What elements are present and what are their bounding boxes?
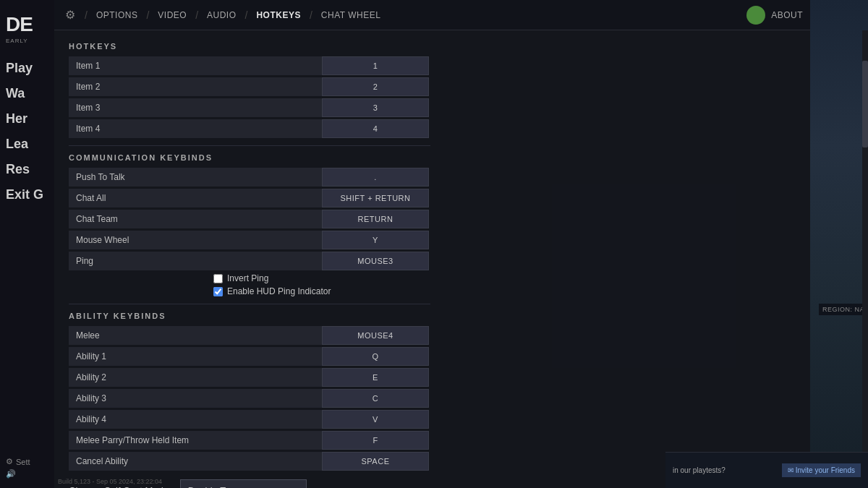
keybind-value-melee-parry[interactable]: F (322, 431, 429, 450)
invert-ping-row: Invert Ping (69, 273, 796, 283)
invert-ping-checkbox[interactable] (213, 274, 223, 283)
main-panel: ⚙ / OPTIONS / VIDEO / AUDIO / HOTKEYS / … (54, 0, 810, 488)
divider-2 (69, 304, 430, 304)
nav-link-chat-wheel[interactable]: CHAT WHEEL (318, 9, 384, 22)
self-cast-dropdown-wrapper: Double Tap Hold SPAcE ▼ (180, 479, 307, 488)
keybind-row-chat-all: Chat All SHIFT + RETURN (69, 189, 796, 207)
keybind-value-ability4[interactable]: V (322, 410, 429, 429)
keybind-label-item4: Item 4 (69, 119, 322, 138)
invite-friends-button[interactable]: ✉ Invite your Friends (782, 463, 861, 477)
keybind-row-ability4: Ability 4 V (69, 410, 796, 429)
keybind-value-ability1[interactable]: Q (322, 347, 429, 366)
keybind-label-item3: Item 3 (69, 98, 322, 117)
nav-separator-4: / (245, 9, 248, 21)
keybind-value-cancel-ability[interactable]: SPACE (322, 452, 429, 471)
sidebar-item-res[interactable]: Res (0, 158, 54, 181)
user-avatar (746, 6, 765, 25)
keybind-value-chat-all[interactable]: SHIFT + RETURN (322, 189, 429, 207)
keybind-value-item1[interactable]: 1 (322, 56, 429, 75)
enable-hud-ping-row: Enable HUD Ping Indicator (69, 286, 796, 296)
keybind-label-ability4: Ability 4 (69, 410, 322, 429)
self-cast-label: Change Self Cast Mode: (69, 485, 171, 489)
nav-separator-2: / (146, 9, 149, 21)
keybind-label-mouse-wheel: Mouse Wheel (69, 231, 322, 249)
keybind-row-chat-team: Chat Team RETURN (69, 210, 796, 228)
sidebar-volume[interactable]: 🔊 (6, 469, 48, 479)
keybind-value-ping[interactable]: MOUSE3 (322, 252, 429, 270)
sidebar-subtitle: EARLY (0, 36, 54, 46)
keybind-label-melee: Melee (69, 326, 322, 345)
keybind-value-ability2[interactable]: E (322, 368, 429, 387)
nav-link-hotkeys[interactable]: HOTKEYS (253, 9, 304, 22)
divider-1 (69, 145, 430, 146)
hotkeys-section-title: HOTKEYS (69, 42, 796, 51)
nav-link-video[interactable]: VIDEO (155, 9, 190, 22)
bg-right-panel: REGION: NA (810, 0, 868, 488)
keybind-label-ability1: Ability 1 (69, 347, 322, 366)
notification-text: in our playtests? (673, 466, 726, 474)
keybind-label-item1: Item 1 (69, 56, 322, 75)
keybind-row-item4: Item 4 4 (69, 119, 796, 138)
nav-link-options[interactable]: OPTIONS (93, 9, 141, 22)
keybind-value-melee[interactable]: MOUSE4 (322, 326, 429, 345)
notification-bar: in our playtests? ✉ Invite your Friends (665, 452, 868, 488)
invert-ping-label[interactable]: Invert Ping (227, 273, 268, 283)
keybind-label-item2: Item 2 (69, 77, 322, 96)
keybind-label-cancel-ability: Cancel Ability (69, 452, 322, 471)
keybind-row-ability2: Ability 2 E (69, 368, 796, 387)
keybind-row-push-to-talk: Push To Talk . (69, 168, 796, 187)
communication-section-title: COMMUNICATION KEYBINDS (69, 153, 796, 162)
volume-icon: 🔊 (6, 469, 16, 479)
keybind-label-ability3: Ability 3 (69, 389, 322, 408)
region-badge: REGION: NA (819, 304, 868, 315)
keybind-row-ability1: Ability 1 Q (69, 347, 796, 366)
nav-about-link[interactable]: ABOUT (771, 10, 803, 20)
keybind-value-item2[interactable]: 2 (322, 77, 429, 96)
keybind-value-chat-team[interactable]: RETURN (322, 210, 429, 228)
settings-gear-icon[interactable]: ⚙ (61, 7, 79, 24)
keybind-row-item2: Item 2 2 (69, 77, 796, 96)
keybind-row-ability3: Ability 3 C (69, 389, 796, 408)
keybind-label-push-to-talk: Push To Talk (69, 168, 322, 187)
sidebar-item-wa[interactable]: Wa (0, 82, 54, 106)
keybind-label-ability2: Ability 2 (69, 368, 322, 387)
keybind-row-melee: Melee MOUSE4 (69, 326, 796, 345)
self-cast-dropdown[interactable]: Double Tap Hold SPAcE (180, 479, 307, 488)
enable-hud-ping-label[interactable]: Enable HUD Ping Indicator (227, 286, 331, 296)
nav-link-audio[interactable]: AUDIO (204, 9, 239, 22)
keybind-row-item1: Item 1 1 (69, 56, 796, 75)
top-nav: ⚙ / OPTIONS / VIDEO / AUDIO / HOTKEYS / … (54, 0, 810, 30)
ability-section-title: ABILITY KEYBINDS (69, 312, 796, 320)
keybind-value-item3[interactable]: 3 (322, 98, 429, 117)
keybind-row-ping: Ping MOUSE3 (69, 252, 796, 270)
keybind-value-item4[interactable]: 4 (322, 119, 429, 138)
sidebar: DE EARLY Play Wa Her Lea Res Exit G ⚙ Se… (0, 0, 54, 488)
keybind-label-chat-all: Chat All (69, 189, 322, 207)
enable-hud-ping-checkbox[interactable] (213, 287, 223, 296)
sidebar-item-play[interactable]: Play (0, 56, 54, 80)
sidebar-menu: Play Wa Her Lea Res Exit G (0, 56, 54, 207)
sidebar-item-lea[interactable]: Lea (0, 132, 54, 156)
build-info: Build 5,123 - Sep 05 2024, 23:22:04 (58, 478, 162, 485)
keybind-label-ping: Ping (69, 252, 322, 270)
hotkeys-content: HOTKEYS Item 1 1 Item 2 2 Item 3 3 Item … (54, 30, 810, 488)
settings-icon: ⚙ (6, 457, 13, 466)
scrollbar-thumb[interactable] (862, 61, 868, 147)
keybind-value-push-to-talk[interactable]: . (322, 168, 429, 187)
nav-separator-3: / (195, 9, 198, 21)
game-logo: DE (0, 4, 54, 36)
keybind-row-mouse-wheel: Mouse Wheel Y (69, 231, 796, 249)
scrollbar-track (862, 30, 868, 488)
nav-separator-5: / (310, 9, 312, 21)
keybind-row-item3: Item 3 3 (69, 98, 796, 117)
keybind-value-mouse-wheel[interactable]: Y (322, 231, 429, 249)
keybind-row-melee-parry: Melee Parry/Throw Held Item F (69, 431, 796, 450)
keybind-label-chat-team: Chat Team (69, 210, 322, 228)
sidebar-item-exit[interactable]: Exit G (0, 183, 54, 207)
keybind-label-melee-parry: Melee Parry/Throw Held Item (69, 431, 322, 450)
nav-separator-1: / (85, 9, 88, 21)
sidebar-bottom: ⚙ Sett 🔊 (0, 451, 54, 484)
sidebar-settings[interactable]: ⚙ Sett (6, 457, 48, 466)
sidebar-item-her[interactable]: Her (0, 107, 54, 131)
keybind-value-ability3[interactable]: C (322, 389, 429, 408)
